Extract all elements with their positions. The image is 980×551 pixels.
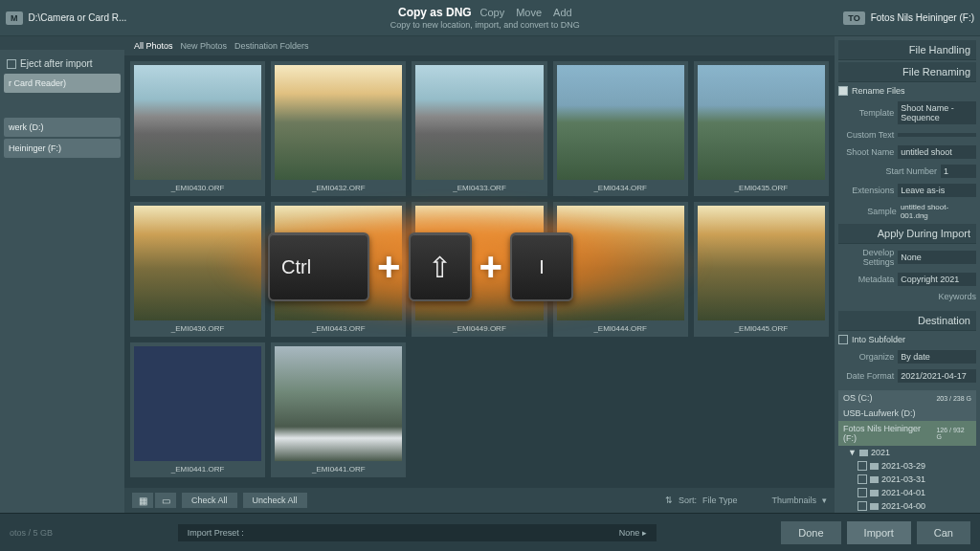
extensions-select[interactable]: Leave as-is [898, 184, 976, 197]
rename-files-option[interactable]: Rename Files [838, 84, 976, 98]
import-mode: Copy as DNG Copy Move Add Copy to new lo… [126, 6, 843, 30]
right-panel: File Handling File Renaming Rename Files… [835, 36, 980, 513]
keywords-label: Keywords [838, 292, 976, 301]
date-format-label: Date Format [838, 371, 894, 381]
start-number-label: Start Number [838, 166, 937, 176]
folder-icon [870, 476, 879, 483]
sample-label: Sample [838, 207, 897, 216]
tree-year[interactable]: ▼ 2021 [848, 446, 976, 459]
tab-all-photos[interactable]: All Photos [134, 41, 173, 51]
thumbnails-label: Thumbnails [771, 496, 816, 505]
preset-label: Import Preset : [188, 528, 244, 538]
date-format-select[interactable]: 2021/2021-04-17 [898, 369, 976, 383]
device-d[interactable]: werk (D:) [4, 118, 121, 137]
key-shift: ⇧ [409, 232, 472, 301]
tab-add[interactable]: Add [553, 7, 572, 18]
top-bar: M D:\Camera or Card R... Copy as DNG Cop… [0, 0, 980, 36]
import-preset-bar[interactable]: Import Preset : None ▸ [178, 524, 657, 541]
drive-os[interactable]: OS (C:)203 / 238 G [838, 390, 976, 406]
template-select[interactable]: Shoot Name - Sequence [898, 101, 976, 124]
source-path[interactable]: D:\Camera or Card R... [29, 12, 127, 23]
dest-area: TO Fotos Nils Heininger (F:) [843, 11, 974, 25]
grid-toolbar: ▦ ▭ Check All Uncheck All ⇅ Sort: File T… [124, 488, 835, 513]
template-label: Template [838, 108, 894, 118]
from-badge: M [6, 11, 23, 25]
develop-settings-label: Develop Settings [838, 248, 894, 267]
bottom-bar: otos / 5 GB Import Preset : None ▸ Done … [0, 513, 980, 551]
preset-value[interactable]: None [619, 528, 640, 538]
tab-new-photos[interactable]: New Photos [181, 41, 228, 51]
into-subfolder-option[interactable]: Into Subfolder [838, 333, 976, 346]
keyboard-shortcut-overlay: Ctrl + ⇧ + I [268, 232, 573, 301]
checkbox-icon[interactable] [858, 474, 867, 484]
thumbnail[interactable]: _EMI0432.ORF [271, 61, 406, 196]
thumbnail[interactable]: _EMI0435.ORF [694, 61, 829, 196]
sort-icon[interactable]: ⇅ [665, 496, 673, 505]
status-text: otos / 5 GB [10, 528, 53, 538]
folder-icon [870, 503, 879, 510]
drive-usb[interactable]: USB-Laufwerk (D:) [838, 406, 976, 421]
folder-icon [870, 490, 879, 496]
file-handling-header[interactable]: File Handling [838, 40, 976, 60]
shoot-name-label: Shoot Name [838, 147, 894, 157]
custom-text-input[interactable] [898, 133, 976, 137]
cancel-button[interactable]: Can [917, 521, 970, 544]
metadata-select[interactable]: Copyright 2021 [898, 273, 976, 286]
plus-icon: + [479, 244, 503, 290]
plus-icon: + [377, 244, 401, 290]
thumbnail[interactable]: _EMI0433.ORF [412, 61, 546, 196]
check-all-button[interactable]: Check All [182, 493, 237, 508]
start-number-input[interactable]: 1 [941, 165, 976, 178]
dest-path[interactable]: Fotos Nils Heininger (F:) [871, 12, 974, 23]
chevron-down-icon[interactable]: ▾ [822, 496, 827, 505]
checkbox-icon[interactable] [858, 488, 867, 497]
metadata-label: Metadata [838, 275, 894, 284]
sample-value: untitled shoot-001.dng [901, 203, 976, 220]
tree-date-folder[interactable]: 2021-03-29 [858, 459, 976, 473]
action-active[interactable]: Copy as DNG [398, 6, 472, 19]
eject-option[interactable]: Eject after import [4, 55, 121, 72]
sort-value[interactable]: File Type [702, 496, 737, 505]
organize-label: Organize [838, 352, 894, 362]
checkbox-icon[interactable] [7, 59, 16, 69]
checkbox-icon[interactable] [858, 501, 867, 511]
thumbnail[interactable]: _EMI0441.ORF [271, 342, 406, 477]
sort-label: Sort: [679, 496, 697, 505]
drive-selected[interactable]: Fotos Nils Heininger (F:)126 / 932 G [838, 421, 976, 446]
tree-date-folder[interactable]: 2021-04-01 [858, 486, 976, 499]
file-renaming-header[interactable]: File Renaming [838, 62, 976, 82]
shift-arrow-icon: ⇧ [428, 251, 452, 284]
left-panel: Eject after import r Card Reader) werk (… [0, 36, 124, 513]
folder-icon [870, 463, 879, 470]
device-f[interactable]: Heininger (F:) [4, 139, 121, 158]
single-view-icon[interactable]: ▭ [155, 493, 176, 508]
source-area: M D:\Camera or Card R... [6, 11, 126, 25]
organize-select[interactable]: By date [898, 350, 976, 364]
thumbnail[interactable]: _EMI0434.ORF [553, 61, 688, 196]
key-i: I [510, 232, 573, 301]
eject-label: Eject after import [20, 58, 93, 69]
checkbox-icon[interactable] [838, 86, 848, 96]
shoot-name-input[interactable]: untitled shoot [898, 145, 976, 159]
to-badge: TO [843, 11, 864, 25]
uncheck-all-button[interactable]: Uncheck All [243, 493, 307, 508]
develop-settings-select[interactable]: None [898, 251, 976, 264]
tab-copy[interactable]: Copy [479, 7, 504, 18]
checkbox-icon[interactable] [838, 335, 848, 344]
folder-icon [859, 450, 868, 456]
thumbnail[interactable]: _EMI0441.ORF [130, 342, 265, 477]
tab-move[interactable]: Move [516, 7, 542, 18]
thumbnail[interactable]: _EMI0430.ORF [130, 61, 265, 196]
tab-dest-folders[interactable]: Destination Folders [234, 41, 309, 51]
device-card-reader[interactable]: r Card Reader) [4, 74, 121, 93]
done-button[interactable]: Done [781, 521, 840, 544]
thumbnail[interactable]: _EMI0445.ORF [694, 202, 829, 337]
import-button[interactable]: Import [847, 521, 911, 544]
action-subtitle: Copy to new location, import, and conver… [126, 20, 843, 30]
grid-view-icon[interactable]: ▦ [132, 493, 153, 508]
tree-date-folder[interactable]: 2021-03-31 [858, 473, 976, 486]
apply-during-import-header[interactable]: Apply During Import [838, 224, 976, 244]
destination-header[interactable]: Destination [838, 311, 976, 331]
checkbox-icon[interactable] [858, 461, 867, 471]
tree-date-folder[interactable]: 2021-04-00 [858, 499, 976, 513]
